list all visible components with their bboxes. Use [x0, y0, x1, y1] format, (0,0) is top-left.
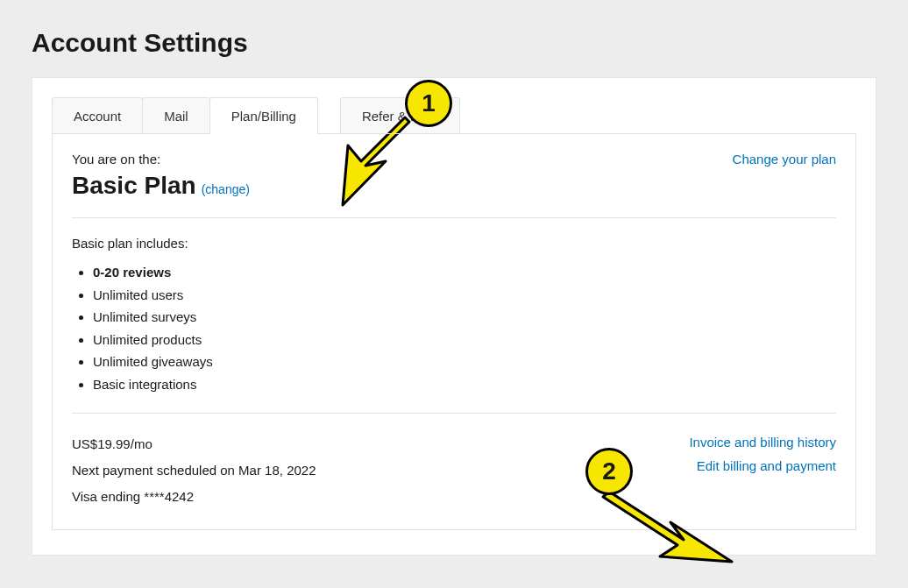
- plan-feature-list: 0-20 reviews Unlimited users Unlimited s…: [72, 261, 836, 395]
- tab-account[interactable]: Account: [52, 97, 143, 134]
- divider: [72, 413, 836, 414]
- change-plan-inline-link[interactable]: change: [205, 182, 245, 196]
- plan-feature: Unlimited users: [93, 284, 836, 307]
- change-plan-inline-wrap: (change): [202, 182, 250, 196]
- edit-billing-link[interactable]: Edit billing and payment: [689, 458, 836, 473]
- billing-price: US$19.99/mo: [72, 431, 316, 457]
- tabs-bar: Account Mail Plan/Billing Refer & Earn: [52, 97, 876, 134]
- plan-includes-label: Basic plan includes:: [72, 236, 836, 251]
- plan-feature: Unlimited giveaways: [93, 351, 836, 373]
- plan-intro-text: You are on the:: [72, 152, 250, 166]
- plan-feature: 0-20 reviews: [93, 261, 836, 284]
- tab-mail[interactable]: Mail: [142, 97, 210, 134]
- divider: [72, 217, 836, 218]
- plan-feature: Basic integrations: [93, 373, 836, 396]
- billing-card: Visa ending ****4242: [72, 484, 316, 510]
- tab-content: You are on the: Basic Plan (change) Chan…: [52, 133, 856, 530]
- billing-next-payment: Next payment scheduled on Mar 18, 2022: [72, 457, 316, 484]
- tab-refer-earn[interactable]: Refer & Earn: [340, 97, 460, 134]
- plan-feature: Unlimited surveys: [93, 306, 836, 329]
- plan-name: Basic Plan: [72, 172, 196, 200]
- tab-plan-billing[interactable]: Plan/Billing: [209, 97, 318, 134]
- invoice-history-link[interactable]: Invoice and billing history: [689, 435, 836, 450]
- settings-panel: Account Mail Plan/Billing Refer & Earn Y…: [32, 77, 876, 556]
- plan-feature: Unlimited products: [93, 329, 836, 351]
- change-plan-link[interactable]: Change your plan: [733, 152, 836, 166]
- page-title: Account Settings: [32, 28, 908, 58]
